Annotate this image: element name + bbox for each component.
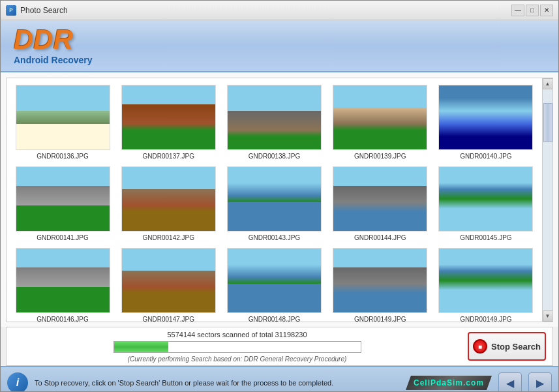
- list-item[interactable]: GNDR00149.JPG: [331, 248, 430, 322]
- list-item[interactable]: GNDR00143.JPG: [224, 166, 324, 241]
- header: DDR Android Recovery: [1, 20, 558, 72]
- stop-icon: ■: [473, 339, 487, 354]
- list-item[interactable]: GNDR00144.JPG: [331, 166, 430, 241]
- photo-thumbnail: [16, 85, 110, 150]
- photo-label: GNDR00149.JPG: [354, 316, 406, 322]
- photo-label: GNDR00149.JPG: [460, 316, 511, 322]
- minimize-button[interactable]: —: [511, 5, 524, 16]
- logo-subtitle: Android Recovery: [14, 55, 93, 65]
- photo-label: GNDR00145.JPG: [460, 234, 511, 241]
- progress-section: 5574144 sectors scanned of total 3119823…: [13, 331, 461, 363]
- list-item[interactable]: GNDR00136.JPG: [13, 85, 112, 160]
- close-button[interactable]: ✕: [540, 5, 553, 16]
- list-item[interactable]: GNDR00139.JPG: [331, 85, 430, 160]
- title-bar-controls: — □ ✕: [511, 5, 553, 16]
- photo-label: GNDR00141.JPG: [37, 234, 88, 241]
- stop-search-label: Stop Search: [491, 342, 541, 352]
- bottom-bar: i To Stop recovery, click on 'Stop Searc…: [1, 366, 558, 392]
- photo-label: GNDR00143.JPG: [249, 234, 300, 241]
- maximize-button[interactable]: □: [526, 5, 539, 16]
- prev-button[interactable]: ◀: [498, 372, 522, 392]
- progress-bar-fill: [114, 342, 168, 352]
- photo-thumbnail: [438, 166, 533, 232]
- logo-area: DDR Android Recovery: [14, 26, 93, 65]
- app-icon: P: [6, 5, 16, 16]
- photo-thumbnail: [16, 166, 110, 232]
- stop-search-button[interactable]: ■ Stop Search: [468, 332, 546, 361]
- list-item[interactable]: GNDR00147.JPG: [119, 248, 218, 322]
- photo-thumbnail: [121, 85, 216, 150]
- list-item[interactable]: GNDR00137.JPG: [119, 85, 218, 160]
- photo-grid: GNDR00136.JPGGNDR00137.JPGGNDR00138.JPGG…: [7, 78, 542, 322]
- photo-thumbnail: [121, 248, 216, 313]
- photo-thumbnail: [438, 85, 533, 150]
- title-bar-left: P Photo Search: [6, 5, 68, 16]
- photo-thumbnail: [333, 166, 427, 232]
- photo-thumbnail: [121, 166, 216, 232]
- logo-ddr: DDR: [14, 26, 93, 53]
- photo-label: GNDR00140.JPG: [460, 153, 511, 160]
- bottom-info-text: To Stop recovery, click on 'Stop Search'…: [35, 379, 399, 387]
- list-item[interactable]: GNDR00149.JPG: [436, 248, 536, 322]
- photo-label: GNDR00147.JPG: [143, 316, 194, 322]
- list-item[interactable]: GNDR00148.JPG: [224, 248, 324, 322]
- photo-label: GNDR00137.JPG: [143, 153, 194, 160]
- title-bar: P Photo Search — □ ✕: [1, 1, 558, 20]
- photo-label: GNDR00138.JPG: [249, 153, 300, 160]
- photo-grid-container: GNDR00136.JPGGNDR00137.JPGGNDR00138.JPGG…: [6, 78, 553, 322]
- info-icon: i: [7, 372, 28, 392]
- window-title: Photo Search: [20, 6, 68, 15]
- photo-label: GNDR00144.JPG: [354, 234, 406, 241]
- photo-thumbnail: [227, 248, 322, 313]
- photo-thumbnail: [438, 248, 533, 313]
- photo-thumbnail: [333, 248, 427, 313]
- progress-sub-text: (Currently performing Search based on: D…: [128, 355, 347, 363]
- stop-icon-symbol: ■: [478, 343, 482, 350]
- photo-label: GNDR00136.JPG: [37, 153, 88, 160]
- list-item[interactable]: GNDR00141.JPG: [13, 166, 112, 241]
- photo-thumbnail: [333, 85, 427, 150]
- photo-thumbnail: [227, 85, 322, 150]
- progress-status-text: 5574144 sectors scanned of total 3119823…: [167, 331, 307, 339]
- photo-label: GNDR00146.JPG: [37, 316, 88, 322]
- list-item[interactable]: GNDR00145.JPG: [436, 166, 536, 241]
- photo-label: GNDR00139.JPG: [354, 153, 406, 160]
- next-button[interactable]: ▶: [528, 372, 552, 392]
- progress-bar-container: [113, 341, 361, 353]
- scroll-up-button[interactable]: ▲: [543, 78, 553, 89]
- photo-thumbnail: [227, 166, 322, 232]
- photo-label: GNDR00148.JPG: [249, 316, 300, 322]
- scrollbar[interactable]: ▲ ▼: [542, 78, 552, 322]
- list-item[interactable]: GNDR00146.JPG: [13, 248, 112, 322]
- scroll-thumb[interactable]: [543, 103, 552, 142]
- watermark: CellPdaSim.com: [406, 376, 492, 390]
- photo-thumbnail: [16, 248, 110, 313]
- photo-label: GNDR00142.JPG: [143, 234, 194, 241]
- list-item[interactable]: GNDR00138.JPG: [224, 85, 324, 160]
- list-item[interactable]: GNDR00140.JPG: [436, 85, 536, 160]
- main-content: GNDR00136.JPGGNDR00137.JPGGNDR00138.JPGG…: [1, 72, 558, 327]
- scroll-down-button[interactable]: ▼: [543, 310, 553, 322]
- progress-area: 5574144 sectors scanned of total 3119823…: [6, 327, 553, 366]
- scroll-track[interactable]: [543, 89, 552, 310]
- list-item[interactable]: GNDR00142.JPG: [119, 166, 218, 241]
